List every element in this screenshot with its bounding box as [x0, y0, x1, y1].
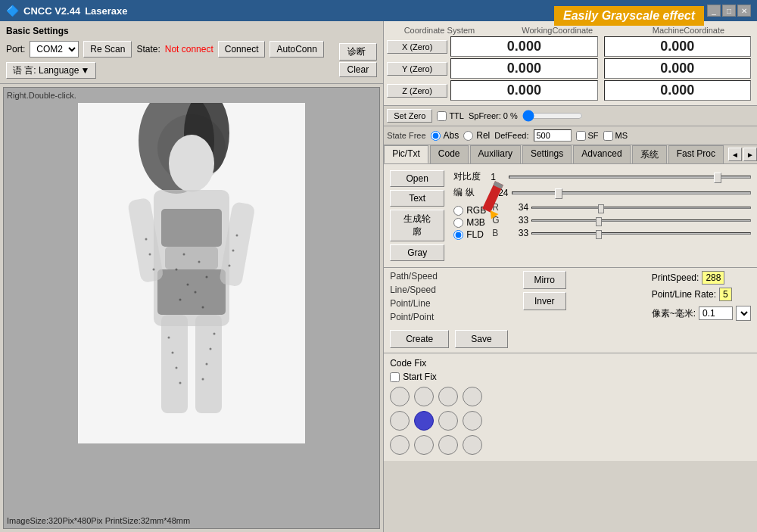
- def-feed-input[interactable]: 500: [534, 129, 572, 142]
- pixel-unit-select[interactable]: ▼: [736, 306, 751, 321]
- svg-point-14: [198, 261, 201, 263]
- svg-point-22: [236, 235, 238, 237]
- connect-button[interactable]: Connect: [218, 41, 266, 58]
- controls-row-2: State Free Abs Rel DefFeed: 500 SF MS: [384, 126, 757, 145]
- pixel-input[interactable]: [699, 306, 733, 320]
- rel-radio-label[interactable]: Rel: [463, 130, 490, 141]
- gray-button[interactable]: Gray: [390, 244, 444, 261]
- sp-freer-slider[interactable]: [522, 110, 583, 122]
- diag-button[interactable]: 诊断: [339, 43, 378, 61]
- maximize-button[interactable]: □: [722, 5, 736, 17]
- x-working-value: 0.000: [450, 36, 597, 57]
- edit-slider[interactable]: [512, 191, 751, 194]
- minimize-button[interactable]: _: [707, 5, 721, 17]
- rel-label: Rel: [476, 130, 490, 141]
- y-coord-row: Y (Zero) 0.000 0.000: [387, 58, 754, 79]
- b-slider[interactable]: [531, 232, 751, 235]
- grid-btn-1-3[interactable]: [463, 411, 482, 431]
- generate-contour-button[interactable]: 生成轮廓: [390, 210, 444, 241]
- ttl-checkbox-label[interactable]: TTL: [437, 111, 464, 121]
- svg-point-15: [176, 269, 178, 271]
- grid-btn-0-1[interactable]: [414, 387, 434, 406]
- rescan-button[interactable]: Re Scan: [83, 41, 132, 58]
- point-line-rate-row: Point/Line Rate: 5: [652, 288, 751, 301]
- svg-rect-9: [161, 315, 188, 413]
- ms-label: MS: [615, 131, 628, 140]
- svg-point-32: [206, 363, 208, 366]
- grid-btn-1-0[interactable]: [390, 411, 410, 431]
- rel-radio[interactable]: [463, 131, 473, 141]
- mirror-button[interactable]: Mirro: [523, 271, 566, 289]
- fld-radio[interactable]: [453, 230, 463, 240]
- contrast-slider[interactable]: [509, 176, 751, 179]
- sf-checkbox[interactable]: [576, 131, 586, 141]
- tab-pic-txt[interactable]: Pic/Txt: [384, 145, 428, 163]
- svg-rect-7: [165, 247, 218, 269]
- tab-fast-proc[interactable]: Fast Proc: [668, 145, 724, 163]
- ms-checkbox-label[interactable]: MS: [603, 131, 628, 141]
- pic-txt-panel: Open Text 生成轮廓 Gray: [384, 164, 757, 267]
- grid-btn-1-2[interactable]: [438, 411, 458, 431]
- rgb-radio[interactable]: [453, 206, 463, 216]
- tab-auxiliary[interactable]: Auxiliary: [470, 145, 521, 163]
- ttl-checkbox[interactable]: [437, 111, 447, 121]
- x-coord-row: X (Zero) 0.000 0.000: [387, 36, 754, 57]
- grid-btn-0-0[interactable]: [390, 387, 410, 406]
- sf-checkbox-label[interactable]: SF: [576, 131, 599, 141]
- contrast-row: 对比度 1: [453, 170, 751, 183]
- language-button[interactable]: 语 言: Language ▼: [6, 62, 96, 79]
- y-zero-button[interactable]: Y (Zero): [387, 62, 447, 76]
- close-button[interactable]: ✕: [737, 5, 751, 17]
- grid-btn-0-3[interactable]: [463, 387, 482, 406]
- save-button[interactable]: Save: [455, 330, 507, 348]
- grid-btn-0-2[interactable]: [438, 387, 458, 406]
- tab-scroll-right[interactable]: ►: [743, 148, 757, 161]
- clear-button[interactable]: Clear: [339, 62, 378, 77]
- inver-button[interactable]: Inver: [523, 292, 566, 310]
- grid-btn-2-0[interactable]: [390, 435, 410, 455]
- svg-point-17: [187, 284, 189, 286]
- grid-btn-2-2[interactable]: [438, 435, 458, 455]
- svg-point-28: [213, 333, 216, 335]
- tab-system[interactable]: 系统: [632, 145, 667, 163]
- tab-scroll-left[interactable]: ◄: [728, 148, 742, 161]
- tab-code[interactable]: Code: [430, 145, 469, 163]
- z-working-value: 0.000: [450, 80, 597, 101]
- tab-advanced[interactable]: Advanced: [573, 145, 630, 163]
- abs-radio[interactable]: [431, 131, 441, 141]
- text-button[interactable]: Text: [390, 190, 444, 207]
- image-size-label: ImageSize:320Pix*480Pix PrintSize:32mm*4…: [7, 516, 190, 525]
- rgb-radio-label[interactable]: RGB: [453, 205, 486, 216]
- start-fix-checkbox[interactable]: [390, 372, 400, 382]
- dropdown-icon: ▼: [80, 65, 89, 76]
- line-speed-label: Line/Speed: [390, 285, 438, 295]
- ms-checkbox[interactable]: [603, 131, 613, 141]
- open-button[interactable]: Open: [390, 170, 444, 187]
- path-speed-section: Path/Speed Line/Speed Point/Line Point/P…: [384, 267, 757, 325]
- grid-btn-1-1[interactable]: [414, 411, 434, 431]
- r-slider[interactable]: [531, 207, 751, 209]
- canvas-hint: Right.Double-click.: [7, 91, 76, 100]
- rgb-label: RGB: [466, 205, 486, 216]
- x-zero-button[interactable]: X (Zero): [387, 40, 447, 54]
- z-zero-button[interactable]: Z (Zero): [387, 84, 447, 98]
- m3b-radio-label[interactable]: M3B: [453, 217, 486, 228]
- grid-btn-2-1[interactable]: [414, 435, 434, 455]
- tab-settings[interactable]: Settings: [522, 145, 572, 163]
- g-slider[interactable]: [531, 219, 751, 222]
- fld-radio-label[interactable]: FLD: [453, 229, 486, 240]
- r-value: 34: [510, 202, 528, 213]
- coord-system-label: Coordinate System: [387, 26, 492, 35]
- g-value: 33: [510, 215, 528, 226]
- port-select[interactable]: COM2: [30, 41, 79, 58]
- grid-btn-2-3[interactable]: [463, 435, 482, 455]
- code-fix-grid: [390, 387, 751, 456]
- m3b-radio[interactable]: [453, 218, 463, 228]
- set-zero-button[interactable]: Set Zero: [387, 109, 432, 123]
- code-fix-title: Code Fix: [390, 358, 751, 369]
- action-buttons: Mirro Inver: [447, 271, 643, 310]
- abs-radio-label[interactable]: Abs: [431, 130, 459, 141]
- canvas-area[interactable]: Right.Double-click.: [3, 87, 380, 529]
- create-button[interactable]: Create: [390, 330, 449, 348]
- autoconn-button[interactable]: AutoConn: [269, 41, 323, 58]
